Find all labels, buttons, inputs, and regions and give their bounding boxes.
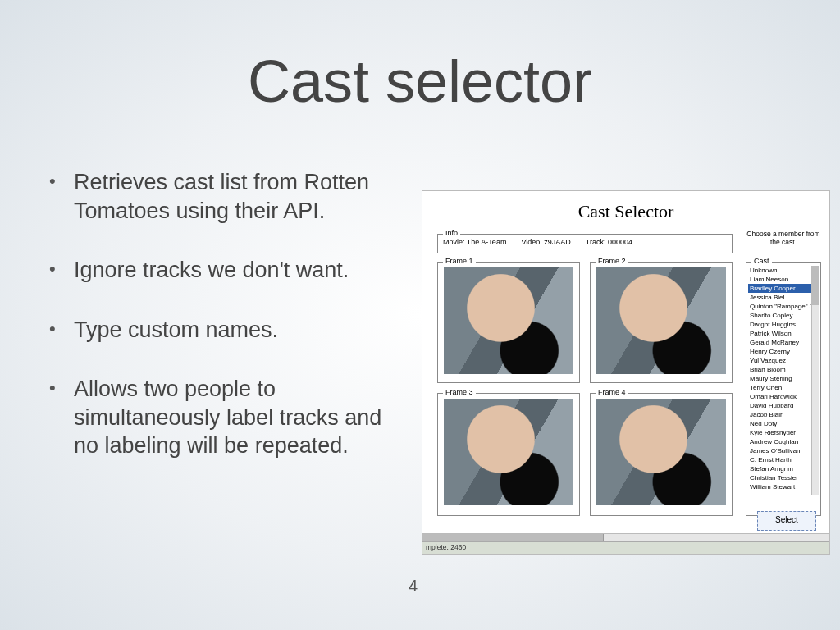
cast-list-item[interactable]: James O'Sullivan: [748, 446, 814, 455]
frame-image: [444, 267, 573, 374]
cast-box-label: Cast: [751, 257, 772, 265]
cast-list-item[interactable]: Patrick Wilson: [748, 329, 814, 338]
cast-groupbox: Cast UnknownLiam NeesonBradley CooperJes…: [746, 262, 821, 516]
frame-group-3: Frame 3: [437, 393, 580, 516]
info-row: Movie: The A-Team Video: z9JAAD Track: 0…: [443, 238, 727, 246]
page-number: 4: [409, 577, 418, 596]
cast-list-item[interactable]: Stefan Arngrim: [748, 464, 814, 473]
cast-list-item[interactable]: Kyle Riefsnyder: [748, 428, 814, 437]
select-button[interactable]: Select: [757, 511, 816, 531]
cast-list-item[interactable]: Sharlto Copley: [748, 311, 814, 320]
cast-list-item[interactable]: Ned Doty: [748, 419, 814, 428]
cast-list-item[interactable]: William Stewart: [748, 482, 814, 491]
frame-label: Frame 1: [443, 257, 476, 265]
frame-group-1: Frame 1: [437, 262, 580, 383]
cast-list-item[interactable]: Bradley Cooper: [748, 284, 814, 293]
app-window: Cast Selector Info Movie: The A-Team Vid…: [422, 190, 830, 555]
track-field: Track: 000004: [586, 238, 632, 246]
slide-title: Cast selector: [0, 48, 840, 115]
cast-scrollbar[interactable]: [811, 266, 819, 495]
app-title: Cast Selector: [422, 201, 829, 222]
status-bar: mplete: 2460: [422, 541, 829, 554]
cast-list-item[interactable]: Brian Bloom: [748, 365, 814, 374]
cast-list-item[interactable]: Dwight Huggins: [748, 320, 814, 329]
bullet-item: Ignore tracks we don't want.: [49, 256, 402, 285]
frame-label: Frame 2: [596, 257, 628, 265]
frame-label: Frame 4: [596, 388, 628, 396]
bullet-item: Type custom names.: [49, 316, 402, 345]
cast-list-item[interactable]: Gerald McRaney: [748, 338, 814, 347]
frame-image: [596, 399, 726, 505]
cast-list-item[interactable]: Liam Neeson: [748, 275, 814, 284]
cast-list-item[interactable]: David Hubbard: [748, 401, 814, 410]
cast-list-item[interactable]: C. Ernst Harth: [748, 455, 814, 464]
cast-list-item[interactable]: Maury Sterling: [748, 374, 814, 383]
frame-label: Frame 3: [443, 388, 476, 396]
info-label: Info: [443, 229, 460, 237]
frame-group-2: Frame 2: [590, 262, 733, 383]
frame-image: [596, 267, 726, 374]
cast-listbox[interactable]: UnknownLiam NeesonBradley CooperJessica …: [748, 266, 814, 495]
movie-field: Movie: The A-Team: [443, 238, 506, 246]
frame-group-4: Frame 4: [590, 393, 733, 516]
bullet-list: Retrieves cast list from Rotten Tomatoes…: [49, 168, 402, 491]
cast-list-item[interactable]: Yul Vazquez: [748, 356, 814, 365]
cast-list-item[interactable]: Terry Chen: [748, 383, 814, 392]
video-field: Video: z9JAAD: [521, 238, 570, 246]
cast-list-item[interactable]: Unknown: [748, 266, 814, 275]
cast-list-item[interactable]: Jacob Blair: [748, 410, 814, 419]
cast-list-item[interactable]: Henry Czerny: [748, 347, 814, 356]
bullet-item: Allows two people to simultaneously labe…: [49, 375, 402, 460]
cast-list-item[interactable]: Andrew Coghlan: [748, 437, 814, 446]
cast-prompt: Choose a member from the cast.: [746, 231, 821, 247]
cast-list-item[interactable]: Omari Hardwick: [748, 392, 814, 401]
cast-list-item[interactable]: Christian Tessier: [748, 473, 814, 482]
cast-list-item[interactable]: Jessica Biel: [748, 293, 814, 302]
slide: Cast selector Retrieves cast list from R…: [0, 0, 840, 630]
bullet-item: Retrieves cast list from Rotten Tomatoes…: [49, 168, 402, 225]
frame-image: [444, 399, 573, 505]
info-groupbox: Info Movie: The A-Team Video: z9JAAD Tra…: [437, 234, 733, 253]
cast-list-item[interactable]: Quinton "Rampage" Ja: [748, 302, 814, 311]
